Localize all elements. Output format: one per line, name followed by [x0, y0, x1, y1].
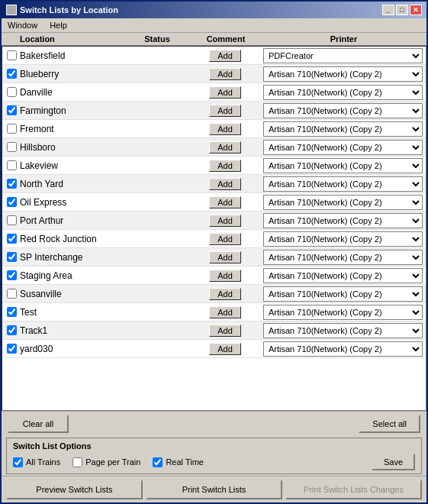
add-button-9[interactable]: Add: [209, 215, 241, 227]
location-name-1: Blueberry: [20, 69, 59, 79]
printer-select-8[interactable]: PDFCreatorArtisan 710(Network) (Copy 2): [263, 195, 423, 210]
cell-printer-9: PDFCreatorArtisan 710(Network) (Copy 2): [263, 213, 424, 228]
printer-select-13[interactable]: PDFCreatorArtisan 710(Network) (Copy 2): [263, 286, 423, 302]
main-window: Switch Lists by Location _ □ ✕ Window He…: [0, 0, 428, 504]
location-name-2: Danville: [20, 87, 53, 98]
real-time-option: Real Time: [153, 457, 204, 467]
printer-select-3[interactable]: PDFCreatorArtisan 710(Network) (Copy 2): [263, 103, 423, 118]
location-checkbox-3[interactable]: [7, 105, 17, 115]
cell-printer-4: PDFCreatorArtisan 710(Network) (Copy 2): [263, 121, 424, 137]
location-checkbox-15[interactable]: [7, 325, 17, 335]
add-button-3[interactable]: Add: [209, 105, 241, 117]
printer-select-4[interactable]: PDFCreatorArtisan 710(Network) (Copy 2): [263, 121, 423, 137]
location-table[interactable]: BakersfieldAddPDFCreatorArtisan 710(Netw…: [2, 46, 426, 411]
location-checkbox-16[interactable]: [7, 344, 17, 354]
all-trains-checkbox[interactable]: [13, 457, 23, 467]
printer-select-1[interactable]: PDFCreatorArtisan 710(Network) (Copy 2): [263, 66, 423, 82]
add-button-4[interactable]: Add: [209, 123, 241, 135]
clear-all-button[interactable]: Clear all: [8, 415, 69, 433]
table-row: BakersfieldAddPDFCreatorArtisan 710(Netw…: [2, 47, 426, 65]
page-per-train-checkbox[interactable]: [72, 457, 82, 467]
add-button-15[interactable]: Add: [209, 325, 241, 337]
location-name-0: Bakersfield: [20, 50, 65, 61]
add-button-13[interactable]: Add: [209, 288, 241, 300]
location-name-10: Red Rock Junction: [20, 234, 97, 244]
add-button-0[interactable]: Add: [209, 50, 241, 62]
add-button-7[interactable]: Add: [209, 178, 241, 190]
location-checkbox-1[interactable]: [7, 69, 17, 79]
location-checkbox-11[interactable]: [7, 252, 17, 262]
location-checkbox-9[interactable]: [7, 215, 17, 225]
real-time-checkbox[interactable]: [153, 457, 163, 467]
printer-select-7[interactable]: PDFCreatorArtisan 710(Network) (Copy 2): [263, 176, 423, 192]
printer-select-10[interactable]: PDFCreatorArtisan 710(Network) (Copy 2): [263, 231, 423, 247]
location-checkbox-12[interactable]: [7, 270, 17, 280]
preview-switch-lists-button[interactable]: Preview Switch Lists: [6, 480, 143, 499]
add-button-5[interactable]: Add: [209, 141, 241, 153]
printer-select-12[interactable]: PDFCreatorArtisan 710(Network) (Copy 2): [263, 268, 423, 283]
page-per-train-option: Page per Train: [72, 457, 140, 467]
location-checkbox-4[interactable]: [7, 124, 17, 134]
location-checkbox-10[interactable]: [7, 234, 17, 244]
printer-select-9[interactable]: PDFCreatorArtisan 710(Network) (Copy 2): [263, 213, 423, 228]
location-checkbox-14[interactable]: [7, 307, 17, 317]
print-switch-lists-changes-button[interactable]: Print Switch Lists Changes: [285, 480, 422, 499]
cell-location-11: SP Interchange: [4, 252, 126, 263]
menu-help[interactable]: Help: [47, 20, 70, 31]
location-name-9: Port Arthur: [20, 215, 63, 226]
cell-comment-0: Add: [187, 50, 263, 62]
add-button-16[interactable]: Add: [209, 343, 241, 355]
add-button-11[interactable]: Add: [209, 251, 241, 263]
table-row: Staging AreaAddPDFCreatorArtisan 710(Net…: [2, 267, 426, 285]
location-checkbox-5[interactable]: [7, 142, 17, 152]
close-button[interactable]: ✕: [410, 5, 422, 15]
table-row: yard030AddPDFCreatorArtisan 710(Network)…: [2, 340, 426, 358]
save-button[interactable]: Save: [372, 454, 415, 470]
location-checkbox-13[interactable]: [7, 289, 17, 299]
print-switch-lists-button[interactable]: Print Switch Lists: [146, 480, 282, 499]
add-button-6[interactable]: Add: [209, 160, 241, 172]
add-button-12[interactable]: Add: [209, 270, 241, 282]
printer-select-6[interactable]: PDFCreatorArtisan 710(Network) (Copy 2): [263, 158, 423, 173]
cell-printer-11: PDFCreatorArtisan 710(Network) (Copy 2): [263, 250, 424, 265]
location-checkbox-7[interactable]: [7, 179, 17, 189]
minimize-button[interactable]: _: [382, 5, 394, 15]
printer-select-14[interactable]: PDFCreatorArtisan 710(Network) (Copy 2): [263, 305, 423, 320]
cell-printer-10: PDFCreatorArtisan 710(Network) (Copy 2): [263, 231, 424, 247]
cell-comment-1: Add: [187, 68, 263, 80]
menu-window[interactable]: Window: [5, 20, 40, 31]
printer-select-16[interactable]: PDFCreatorArtisan 710(Network) (Copy 2): [263, 341, 423, 357]
printer-select-5[interactable]: PDFCreatorArtisan 710(Network) (Copy 2): [263, 140, 423, 155]
window-title: Switch Lists by Location: [20, 5, 118, 15]
location-checkbox-8[interactable]: [7, 197, 17, 207]
cell-location-13: Susanville: [4, 289, 126, 299]
cell-location-3: Farmington: [4, 105, 126, 116]
table-row: FremontAddPDFCreatorArtisan 710(Network)…: [2, 120, 426, 138]
cell-printer-8: PDFCreatorArtisan 710(Network) (Copy 2): [263, 195, 424, 210]
location-name-11: SP Interchange: [20, 252, 83, 263]
maximize-button[interactable]: □: [396, 5, 408, 15]
add-button-8[interactable]: Add: [209, 196, 241, 208]
cell-location-14: Test: [4, 307, 126, 318]
add-button-1[interactable]: Add: [209, 68, 241, 80]
add-button-2[interactable]: Add: [209, 86, 241, 99]
cell-comment-2: Add: [187, 86, 263, 99]
table-row: Oil ExpressAddPDFCreatorArtisan 710(Netw…: [2, 193, 426, 212]
printer-select-15[interactable]: PDFCreatorArtisan 710(Network) (Copy 2): [263, 323, 423, 338]
printer-select-11[interactable]: PDFCreatorArtisan 710(Network) (Copy 2): [263, 250, 423, 265]
location-checkbox-0[interactable]: [7, 50, 17, 60]
printer-select-0[interactable]: PDFCreatorArtisan 710(Network) (Copy 2): [263, 48, 423, 63]
cell-location-10: Red Rock Junction: [4, 234, 126, 244]
add-button-14[interactable]: Add: [209, 306, 241, 318]
location-checkbox-6[interactable]: [7, 160, 17, 170]
printer-select-2[interactable]: PDFCreatorArtisan 710(Network) (Copy 2): [263, 85, 423, 100]
add-button-10[interactable]: Add: [209, 233, 241, 245]
real-time-label: Real Time: [166, 457, 204, 467]
cell-comment-10: Add: [187, 233, 263, 245]
action-buttons: Preview Switch Lists Print Switch Lists …: [2, 476, 426, 502]
location-checkbox-2[interactable]: [7, 87, 17, 97]
table-row: HillsboroAddPDFCreatorArtisan 710(Networ…: [2, 138, 426, 157]
cell-comment-15: Add: [187, 325, 263, 337]
cell-printer-14: PDFCreatorArtisan 710(Network) (Copy 2): [263, 305, 424, 320]
select-all-button[interactable]: Select all: [359, 415, 420, 433]
